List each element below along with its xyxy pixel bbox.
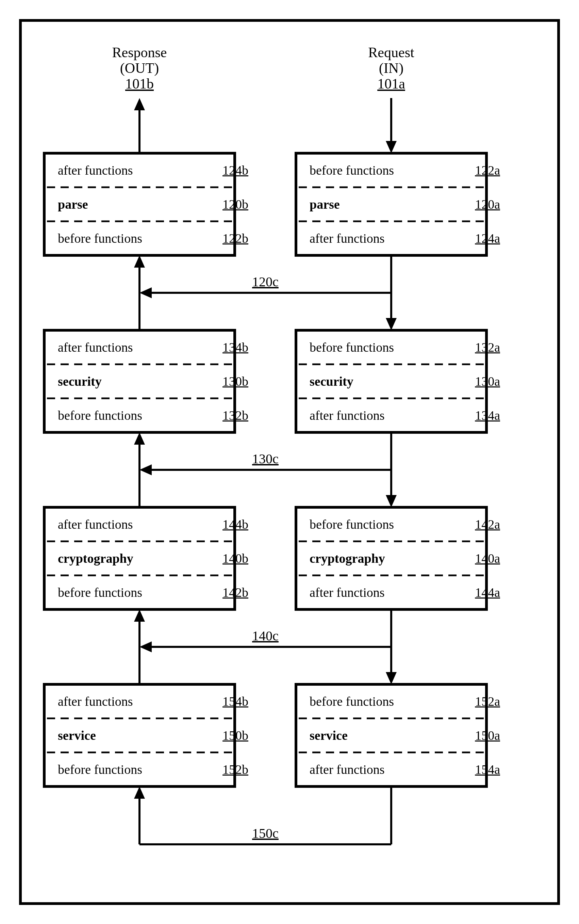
s2-left-bot: before functions142b xyxy=(44,575,262,609)
s0-left-bot: before functions 122b xyxy=(44,221,262,255)
s0-left-top: after functions 124b xyxy=(44,153,262,187)
svg-marker-40 xyxy=(134,609,145,622)
s2-right-name: cryptography140a xyxy=(296,541,514,575)
s1-right-top: before functions132a xyxy=(296,330,514,364)
s1-left-bot: before functions132b xyxy=(44,398,262,432)
header-left-ref: 101b xyxy=(125,76,154,91)
s0-right-top-txt: before functions xyxy=(309,164,394,177)
s0-left-top-txt: after functions xyxy=(58,164,133,177)
s0-right-name: parse 120a xyxy=(296,187,514,221)
s1-left-top: after functions134b xyxy=(44,330,262,364)
s0-right-top: before functions 122a xyxy=(296,153,514,187)
s0-left-name: parse 120b xyxy=(44,187,262,221)
conn-ref-0: 120c xyxy=(235,273,296,290)
svg-marker-30 xyxy=(386,495,397,507)
header-right-l2: (IN) xyxy=(379,61,404,75)
svg-marker-42 xyxy=(139,287,152,298)
header-right-l1: Request xyxy=(368,45,414,60)
svg-marker-50 xyxy=(134,786,145,799)
s3-right-bot: after functions154a xyxy=(296,752,514,786)
svg-marker-34 xyxy=(134,98,145,110)
s0-left-bot-ref: 122b xyxy=(222,232,249,245)
s1-left-name: security130b xyxy=(44,364,262,398)
svg-marker-38 xyxy=(134,432,145,445)
s0-left-name-txt: parse xyxy=(58,198,88,211)
s2-right-bot: after functions144a xyxy=(296,575,514,609)
s0-left-bot-txt: before functions xyxy=(58,232,142,245)
svg-marker-46 xyxy=(139,642,152,652)
s3-left-name: service150b xyxy=(44,718,262,752)
header-left-l2: (OUT) xyxy=(120,61,159,75)
s3-left-top: after functions154b xyxy=(44,684,262,718)
header-left: Response (OUT) 101b xyxy=(88,41,190,95)
s3-right-top: before functions152a xyxy=(296,684,514,718)
conn-ref-1: 130c xyxy=(235,450,296,468)
svg-marker-32 xyxy=(386,672,397,684)
s2-left-top: after functions144b xyxy=(44,507,262,541)
svg-marker-28 xyxy=(386,318,397,330)
header-right: Request (IN) 101a xyxy=(340,41,442,95)
header-right-ref: 101a xyxy=(377,76,405,91)
s2-left-name: cryptography140b xyxy=(44,541,262,575)
s1-right-name: security130a xyxy=(296,364,514,398)
conn-ref-2: 140c xyxy=(235,627,296,645)
s0-right-name-ref: 120a xyxy=(475,198,500,211)
s0-right-bot-txt: after functions xyxy=(309,232,385,245)
svg-marker-44 xyxy=(139,464,152,475)
s3-left-bot: before functions152b xyxy=(44,752,262,786)
svg-marker-26 xyxy=(386,141,397,153)
s0-right-top-ref: 122a xyxy=(475,164,500,177)
header-left-l1: Response xyxy=(112,45,167,60)
s0-left-top-ref: 124b xyxy=(222,164,249,177)
s2-right-top: before functions142a xyxy=(296,507,514,541)
svg-marker-36 xyxy=(134,255,145,268)
s0-right-name-txt: parse xyxy=(309,198,340,211)
s1-right-bot: after functions134a xyxy=(296,398,514,432)
s0-right-bot: after functions 124a xyxy=(296,221,514,255)
s0-right-bot-ref: 124a xyxy=(475,232,500,245)
s0-left-name-ref: 120b xyxy=(222,198,249,211)
conn-ref-3: 150c xyxy=(235,825,296,842)
s3-right-name: service150a xyxy=(296,718,514,752)
